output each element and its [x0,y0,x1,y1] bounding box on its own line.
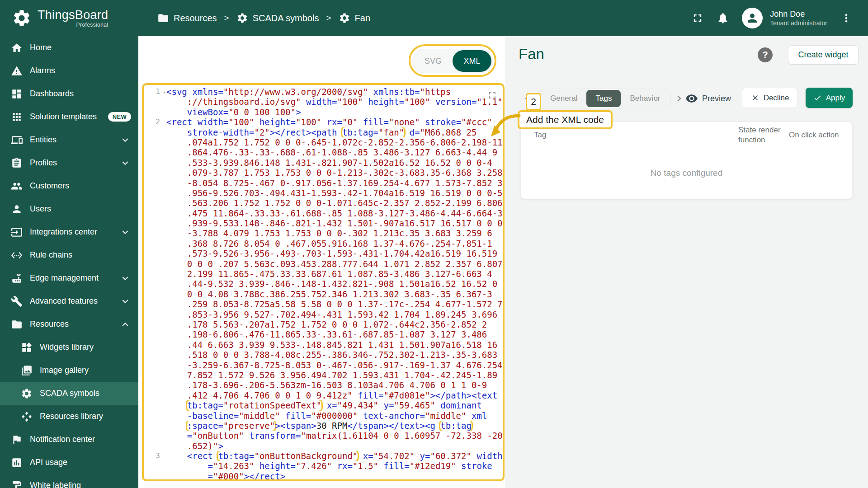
breadcrumb-item-scada-symbols[interactable]: SCADA symbols [236,12,319,24]
line-number [143,178,166,188]
code-line: .44-9.532 3.939-.846-.148-1.432.821-.908… [143,279,503,289]
chevup-icon [119,319,131,330]
code-line: .475 11.864-.33.33-.61.688-.85 1.088-3.1… [143,208,503,218]
sidebar-item-white-labeling[interactable]: White labeling [0,474,138,488]
build-icon [11,296,23,307]
diamonds-icon [21,411,33,422]
create-widget-button[interactable]: Create widget [788,45,859,65]
sidebar-item-widgets-library[interactable]: Widgets library [0,336,138,359]
sidebar-item-customers[interactable]: Customers [0,174,138,197]
line-number [143,107,166,117]
sidebar-item-entities[interactable]: Entities [0,128,138,151]
sidebar-item-api-usage[interactable]: API usage [0,451,138,474]
line-number [143,158,166,168]
top-bar-actions: John Doe Tenant administrator [691,8,868,28]
preview-button[interactable]: Preview [685,92,731,105]
tab-general[interactable]: General [541,90,586,107]
sidebar-item-dashboards[interactable]: Dashboards [0,82,138,105]
tabs-scroll-right-icon[interactable] [673,92,685,105]
thingsboard-app: ThingsBoard Professional Resources>SCADA… [0,0,868,488]
notifications-bell-icon[interactable] [717,12,729,24]
line-number [143,208,166,218]
user-avatar[interactable] [742,8,763,28]
preview-label: Preview [702,94,731,103]
app-logo[interactable]: ThingsBoard Professional [0,8,138,28]
gallery-icon [21,365,33,376]
line-number [143,310,166,319]
sidebar-item-advanced-features[interactable]: Advanced features [0,290,138,313]
sidebar-item-image-gallery[interactable]: Image gallery [0,359,138,382]
dashboards-icon [11,88,23,100]
toggle-option-svg[interactable]: SVG [414,50,453,72]
kebab-menu-icon[interactable] [840,12,853,24]
column-header-state-render-function: State render function [738,125,789,145]
line-number [143,97,166,107]
line-number [143,471,166,480]
code-line: stroke-width="2"></rect><path tb:tag="fa… [143,127,503,137]
breadcrumb-item-resources[interactable]: Resources [157,12,217,24]
code-line: -3.788 4.079 1.753 1.753 0 0 0-.302 1.21… [143,228,503,238]
fullscreen-icon[interactable] [691,12,704,24]
chevdown-icon [119,226,131,238]
expand-editor-icon[interactable] [487,90,498,101]
user-role: Tenant administrator [770,19,827,28]
breadcrumb: Resources>SCADA symbols>Fan [157,12,370,24]
decline-button[interactable]: Decline [742,88,798,108]
line-number [143,168,166,178]
breadcrumb-item-fan[interactable]: Fan [339,12,370,24]
line-number [143,188,166,198]
sidebar-item-scada-symbols[interactable]: SCADA symbols [0,382,138,405]
user-name: John Doe [770,9,827,19]
sidebar-item-integrations-center[interactable]: Integrations center [0,221,138,244]
line-number [143,239,166,249]
tab-group: GeneralTagsBehavior [540,89,671,108]
line-number [143,400,166,410]
sidebar-item-alarms[interactable]: Alarms [0,59,138,82]
tb-tag-highlight: :space="preserve" [187,421,275,431]
sidebar: HomeAlarmsDashboardsSolution templatesNE… [0,36,138,488]
page-title: Fan [519,46,544,63]
tb-tag-highlight: tb:tag [440,421,472,431]
check-icon [813,94,822,102]
line-number [143,279,166,289]
fold-caret[interactable]: ▾ [163,88,166,98]
sidebar-item-rule-chains[interactable]: Rule chains [0,244,138,267]
line-number [143,350,166,360]
code-line: -8.054 8.725-.467 0-.917.056-1.37.169.25… [143,178,503,188]
sidebar-item-home[interactable]: Home [0,36,138,59]
sidebar-item-users[interactable]: Users [0,197,138,221]
help-button[interactable]: ? [758,47,773,62]
line-number [143,299,166,309]
warning-icon [11,65,23,77]
sidebar-item-resources-library[interactable]: Resources library [0,405,138,428]
code-line: .178 5.563-.207a1.752 1.752 0 0 0 1.072-… [143,319,503,329]
line-number [143,390,166,400]
line-number [143,411,166,421]
apply-button[interactable]: Apply [806,88,853,108]
code-line: 1▾<svg xmlns="http://www.w3.org/2000/svg… [143,87,503,97]
code-line: .368 8.726 8.054 0 .467.055.916.168 1.37… [143,239,503,249]
chevdown-icon [119,296,131,307]
line-number [143,228,166,238]
xml-code-editor[interactable]: 1▾<svg xmlns="http://www.w3.org/2000/svg… [143,84,504,480]
tb-tag-highlight: tb:tag="rotationSpeedText" [187,400,321,410]
line-number [143,329,166,339]
apply-label: Apply [826,94,845,103]
code-line: .956-9.526.703-.494.431-1.593-.42-1.704a… [143,188,503,198]
code-line: .939-9.533.148-.846-.821-1.432 1.501-.90… [143,218,503,228]
sidebar-item-resources[interactable]: Resources [0,313,138,336]
line-number [143,360,166,370]
code-line: .864.476-.33-.33-.688-.61-1.088-.85 3.48… [143,147,503,157]
tab-tags[interactable]: Tags [586,90,621,107]
line-number: 1▾ [143,87,166,97]
sidebar-item-edge-management[interactable]: Edge management [0,267,138,290]
sidebar-item-profiles[interactable]: Profiles [0,151,138,174]
sidebar-item-notification-center[interactable]: Notification center [0,428,138,451]
assignment-icon [11,157,23,169]
toggle-option-xml[interactable]: XML [453,50,491,72]
code-line: 0 0 0 .207 5.563c.093.453.288.777.644 1.… [143,259,503,269]
devices-icon [11,134,23,146]
tab-behavior[interactable]: Behavior [621,90,669,107]
sidebar-item-solution-templates[interactable]: Solution templatesNEW [0,105,138,128]
svg-xml-toggle: SVGXML [412,49,493,73]
